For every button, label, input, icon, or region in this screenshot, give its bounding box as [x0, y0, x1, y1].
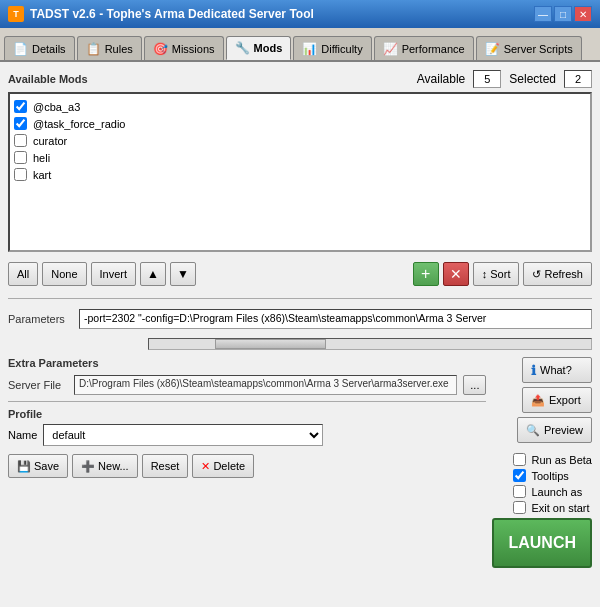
profile-label: Profile [8, 408, 486, 420]
mods-list[interactable]: @cba_a3 @task_force_radio curator heli k… [8, 92, 592, 252]
all-button[interactable]: All [8, 262, 38, 286]
lower-left: Extra Parameters Server File D:\Program … [8, 357, 486, 568]
profile-name-label: Name [8, 429, 37, 441]
selected-label: Selected [509, 72, 556, 86]
performance-icon: 📈 [383, 42, 398, 56]
mod-curator-label: curator [33, 135, 67, 147]
close-button[interactable]: ✕ [574, 6, 592, 22]
invert-button[interactable]: Invert [91, 262, 137, 286]
delete-button[interactable]: ✕ Delete [192, 454, 254, 478]
move-down-button[interactable]: ▼ [170, 262, 196, 286]
list-item[interactable]: kart [14, 166, 586, 183]
new-icon: ➕ [81, 460, 95, 473]
list-item[interactable]: @cba_a3 [14, 98, 586, 115]
save-button[interactable]: 💾 Save [8, 454, 68, 478]
run-as-beta-row: Run as Beta [513, 453, 592, 466]
exit-on-start-label: Exit on start [531, 502, 589, 514]
available-mods-label: Available Mods [8, 73, 88, 85]
extra-params-label: Extra Parameters [8, 357, 486, 369]
tab-performance-label: Performance [402, 43, 465, 55]
app-title: TADST v2.6 - Tophe's Arma Dedicated Serv… [30, 7, 314, 21]
launch-as-checkbox[interactable] [513, 485, 526, 498]
tab-details-label: Details [32, 43, 66, 55]
rules-icon: 📋 [86, 42, 101, 56]
run-as-beta-checkbox[interactable] [513, 453, 526, 466]
sort-button[interactable]: ↕ Sort [473, 262, 520, 286]
launch-button[interactable]: LAUNCH [492, 518, 592, 568]
mod-cba-label: @cba_a3 [33, 101, 80, 113]
parameters-label: Parameters [8, 313, 73, 325]
parameters-row: Parameters -port=2302 "-config=D:\Progra… [8, 307, 592, 331]
tab-mods[interactable]: 🔧 Mods [226, 36, 292, 60]
selected-count-input[interactable] [564, 70, 592, 88]
available-count-input[interactable] [473, 70, 501, 88]
mod-heli-checkbox[interactable] [14, 151, 27, 164]
divider-1 [8, 298, 592, 299]
profile-section: Profile Name default [8, 401, 486, 446]
parameters-scrollbar[interactable] [148, 338, 592, 350]
refresh-button[interactable]: ↺ Refresh [523, 262, 592, 286]
run-as-beta-label: Run as Beta [531, 454, 592, 466]
new-button[interactable]: ➕ New... [72, 454, 138, 478]
server-file-input[interactable]: D:\Program Files (x86)\Steam\steamapps\c… [74, 375, 457, 395]
launch-as-label: Launch as [531, 486, 582, 498]
none-button[interactable]: None [42, 262, 86, 286]
mod-curator-checkbox[interactable] [14, 134, 27, 147]
server-file-label: Server File [8, 379, 68, 391]
browse-button[interactable]: ... [463, 375, 486, 395]
minimize-button[interactable]: — [534, 6, 552, 22]
mod-tfr-label: @task_force_radio [33, 118, 126, 130]
tab-rules[interactable]: 📋 Rules [77, 36, 142, 60]
parameters-input[interactable]: -port=2302 "-config=D:\Program Files (x8… [79, 309, 592, 329]
details-icon: 📄 [13, 42, 28, 56]
list-item[interactable]: @task_force_radio [14, 115, 586, 132]
tab-performance[interactable]: 📈 Performance [374, 36, 474, 60]
info-icon: ℹ [531, 363, 536, 378]
maximize-button[interactable]: □ [554, 6, 572, 22]
tab-missions-label: Missions [172, 43, 215, 55]
tab-bar: 📄 Details 📋 Rules 🎯 Missions 🔧 Mods 📊 Di… [0, 28, 600, 62]
tooltips-row: Tooltips [513, 469, 568, 482]
preview-icon: 🔍 [526, 424, 540, 437]
add-mod-button[interactable]: + [413, 262, 439, 286]
exit-on-start-checkbox[interactable] [513, 501, 526, 514]
remove-mod-button[interactable]: ✕ [443, 262, 469, 286]
mod-tfr-checkbox[interactable] [14, 117, 27, 130]
bottom-bar: 💾 Save ➕ New... Reset ✕ Delete [8, 450, 486, 478]
list-item[interactable]: heli [14, 149, 586, 166]
reset-button[interactable]: Reset [142, 454, 189, 478]
tab-rules-label: Rules [105, 43, 133, 55]
mods-controls: All None Invert ▲ ▼ + ✕ ↕ Sort ↺ Refresh [8, 258, 592, 290]
launch-as-row: Launch as [513, 485, 582, 498]
app-icon: T [8, 6, 24, 22]
main-content: Available Mods Available Selected @cba_a… [0, 62, 600, 607]
what-button[interactable]: ℹ What? [522, 357, 592, 383]
tab-difficulty[interactable]: 📊 Difficulty [293, 36, 371, 60]
mod-kart-checkbox[interactable] [14, 168, 27, 181]
tooltips-checkbox[interactable] [513, 469, 526, 482]
mods-header: Available Selected [417, 70, 592, 88]
save-icon: 💾 [17, 460, 31, 473]
tab-mods-label: Mods [254, 42, 283, 54]
profile-name-select[interactable]: default [43, 424, 323, 446]
missions-icon: 🎯 [153, 42, 168, 56]
refresh-icon: ↺ [532, 268, 541, 281]
tab-details[interactable]: 📄 Details [4, 36, 75, 60]
tab-difficulty-label: Difficulty [321, 43, 362, 55]
export-icon: 📤 [531, 394, 545, 407]
export-button[interactable]: 📤 Export [522, 387, 592, 413]
checkboxes-col: Run as Beta Tooltips Launch as Exit on s… [513, 453, 592, 514]
lower-right: ℹ What? 📤 Export 🔍 Preview Run as Beta [492, 357, 592, 568]
lower-area: Extra Parameters Server File D:\Program … [8, 357, 592, 568]
parameters-scrollbar-row [8, 337, 592, 351]
list-item[interactable]: curator [14, 132, 586, 149]
serverscripts-icon: 📝 [485, 42, 500, 56]
sort-icon: ↕ [482, 268, 488, 280]
tab-serverscripts[interactable]: 📝 Server Scripts [476, 36, 582, 60]
mod-cba-checkbox[interactable] [14, 100, 27, 113]
tab-missions[interactable]: 🎯 Missions [144, 36, 224, 60]
available-label: Available [417, 72, 465, 86]
tooltips-label: Tooltips [531, 470, 568, 482]
preview-button[interactable]: 🔍 Preview [517, 417, 592, 443]
move-up-button[interactable]: ▲ [140, 262, 166, 286]
